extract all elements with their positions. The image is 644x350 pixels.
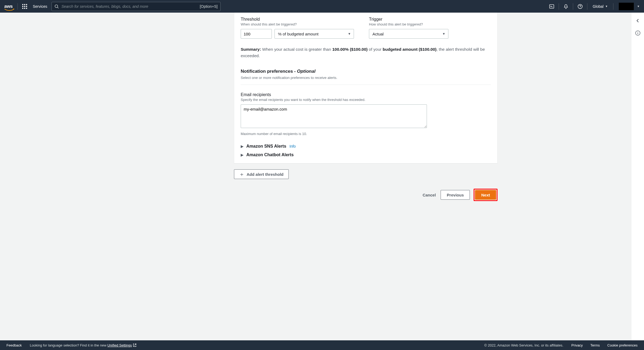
top-navigation: aws Services [Option+S] Global▼ ▼ xyxy=(0,0,644,13)
global-search[interactable]: [Option+S] xyxy=(52,2,221,11)
feedback-link[interactable]: Feedback xyxy=(6,343,22,347)
svg-rect-8 xyxy=(26,8,27,9)
svg-point-9 xyxy=(55,5,58,7)
footer: Feedback Looking for language selection?… xyxy=(0,340,644,350)
svg-rect-0 xyxy=(22,4,23,5)
account-menu[interactable] xyxy=(619,3,634,10)
info-icon[interactable] xyxy=(635,30,641,36)
divider xyxy=(587,3,587,10)
email-recipients-help: Specify the email recipients you want to… xyxy=(241,98,491,102)
sns-alerts-expander[interactable]: ▶ Amazon SNS Alerts Info xyxy=(241,144,491,149)
email-recipients-hint: Maximum number of email recipients is 10… xyxy=(241,132,491,136)
summary-text: Summary: When your actual cost is greate… xyxy=(241,46,491,59)
svg-line-10 xyxy=(57,7,58,8)
threshold-help: When should this alert be triggered? xyxy=(241,22,363,26)
search-shortcut-hint: [Option+S] xyxy=(200,4,218,9)
svg-rect-6 xyxy=(22,8,23,9)
svg-rect-5 xyxy=(26,6,27,7)
svg-rect-4 xyxy=(24,6,25,7)
search-input[interactable] xyxy=(61,4,197,9)
apps-grid-icon[interactable] xyxy=(21,3,28,10)
sns-info-link[interactable]: Info xyxy=(290,144,296,148)
wizard-actions: Cancel Previous Next xyxy=(234,189,497,201)
account-caret-icon[interactable]: ▼ xyxy=(637,5,640,8)
collapse-help-panel-icon[interactable] xyxy=(635,17,641,24)
threshold-label: Threshold xyxy=(241,17,363,22)
notification-preferences-desc: Select one or more notification preferen… xyxy=(241,76,491,80)
cookie-preferences-link[interactable]: Cookie preferences xyxy=(607,343,638,347)
external-link-icon xyxy=(133,343,137,347)
email-recipients-label: Email recipients xyxy=(241,92,491,97)
aws-logo[interactable]: aws xyxy=(4,4,14,9)
help-icon[interactable] xyxy=(576,3,584,10)
terms-link[interactable]: Terms xyxy=(590,343,600,347)
region-selector[interactable]: Global▼ xyxy=(591,4,610,9)
triangle-right-icon: ▶ xyxy=(241,144,244,148)
threshold-value-input[interactable] xyxy=(241,29,272,39)
svg-rect-16 xyxy=(638,33,638,34)
add-alert-threshold-button[interactable]: ＋ Add alert threshold xyxy=(234,169,289,179)
cancel-button[interactable]: Cancel xyxy=(422,191,437,199)
divider xyxy=(559,3,559,10)
svg-rect-7 xyxy=(24,8,25,9)
notifications-bell-icon[interactable] xyxy=(562,3,570,10)
privacy-link[interactable]: Privacy xyxy=(571,343,583,347)
divider xyxy=(613,3,613,10)
trigger-select[interactable]: Actual ▼ xyxy=(369,29,448,39)
next-button[interactable]: Next xyxy=(475,190,496,200)
email-recipients-input[interactable] xyxy=(241,104,427,128)
help-panel-rail xyxy=(631,13,644,340)
svg-rect-3 xyxy=(22,6,23,7)
copyright: © 2022, Amazon Web Services, Inc. or its… xyxy=(484,343,564,347)
svg-rect-2 xyxy=(26,4,27,5)
svg-rect-1 xyxy=(24,4,25,5)
trigger-label: Trigger xyxy=(369,17,491,22)
chevron-down-icon: ▼ xyxy=(348,32,351,36)
alert-threshold-card: Threshold When should this alert be trig… xyxy=(234,13,497,163)
search-icon xyxy=(54,4,59,9)
triangle-right-icon: ▶ xyxy=(241,153,244,157)
divider xyxy=(573,3,573,10)
divider xyxy=(241,85,491,85)
trigger-help: How should this alert be triggered? xyxy=(369,22,491,26)
svg-point-12 xyxy=(578,4,582,9)
services-menu[interactable]: Services xyxy=(32,4,48,9)
threshold-unit-select[interactable]: % of budgeted amount ▼ xyxy=(275,29,354,39)
chatbot-alerts-expander[interactable]: ▶ Amazon Chatbot Alerts xyxy=(241,152,491,157)
language-hint: Looking for language selection? Find it … xyxy=(30,343,137,347)
cloudshell-icon[interactable] xyxy=(548,3,555,10)
svg-point-15 xyxy=(638,32,638,32)
chevron-down-icon: ▼ xyxy=(442,32,445,36)
unified-settings-link[interactable]: Unified Settings xyxy=(107,343,137,347)
next-button-highlight: Next xyxy=(474,189,497,201)
plus-icon: ＋ xyxy=(239,171,244,178)
svg-point-13 xyxy=(580,8,580,8)
divider xyxy=(17,3,18,10)
notification-preferences-heading: Notification preferences - Optional xyxy=(241,69,491,74)
previous-button[interactable]: Previous xyxy=(441,190,470,200)
